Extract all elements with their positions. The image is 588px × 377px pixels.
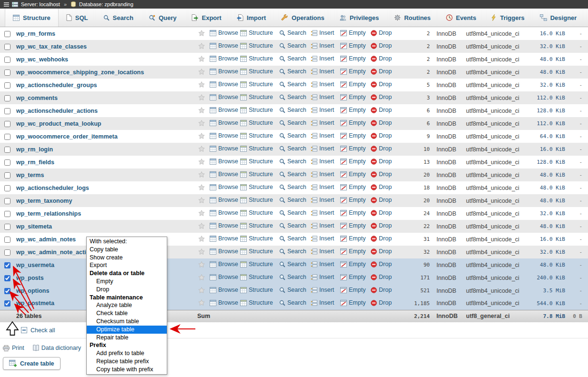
row-checkbox[interactable] [4,262,10,268]
menu-item-repair-table[interactable]: Repair table [87,334,167,342]
row-action-browse[interactable]: Browse [210,287,238,293]
row-action-structure[interactable]: Structure [240,248,273,255]
row-action-search[interactable]: Search [279,132,306,139]
row-checkbox[interactable] [4,31,10,37]
table-name-link[interactable]: wp_actionscheduler_actions [16,108,98,114]
row-action-browse[interactable]: Browse [210,81,238,88]
row-action-structure[interactable]: Structure [240,81,273,88]
favorite-star-icon[interactable] [198,299,205,306]
row-checkbox[interactable] [4,44,10,50]
row-checkbox[interactable] [4,82,10,89]
menu-item-copy-table[interactable]: Copy table [87,246,167,254]
row-action-structure[interactable]: Structure [240,222,273,229]
breadcrumb-server[interactable]: Server: localhost [21,1,60,7]
row-action-empty[interactable]: Empty [340,235,365,242]
row-action-drop[interactable]: Drop [371,145,392,152]
favorite-star-icon[interactable] [198,120,205,126]
row-action-empty[interactable]: Empty [340,107,365,113]
row-action-insert[interactable]: Insert [311,274,334,280]
row-action-browse[interactable]: Browse [210,94,238,100]
tab-operations[interactable]: Operations [274,9,332,27]
row-action-search[interactable]: Search [279,30,306,36]
menu-item-delete-data-or-table[interactable]: Delete data or table [87,269,167,278]
data-dictionary-link[interactable]: Data dictionary [33,345,81,351]
row-action-empty[interactable]: Empty [340,68,365,75]
row-action-empty[interactable]: Empty [340,261,365,268]
row-action-search[interactable]: Search [279,158,306,165]
row-action-insert[interactable]: Insert [311,209,334,216]
row-action-empty[interactable]: Empty [340,42,365,49]
row-action-drop[interactable]: Drop [371,209,392,216]
row-action-search[interactable]: Search [279,261,306,268]
row-action-insert[interactable]: Insert [311,248,334,255]
row-checkbox[interactable] [4,57,10,63]
favorite-star-icon[interactable] [198,171,205,178]
row-checkbox[interactable] [4,237,10,243]
favorite-star-icon[interactable] [198,43,205,49]
tab-triggers[interactable]: Triggers [484,9,532,27]
row-action-browse[interactable]: Browse [210,132,238,139]
favorite-star-icon[interactable] [198,261,205,268]
menu-item-optimize-table[interactable]: Optimize table [87,326,167,334]
row-action-search[interactable]: Search [279,209,306,216]
create-table-button[interactable]: Create table [3,357,61,370]
row-action-structure[interactable]: Structure [240,132,273,139]
row-action-drop[interactable]: Drop [371,94,392,100]
tab-structure[interactable]: Structure [5,9,59,27]
row-action-search[interactable]: Search [279,287,306,293]
favorite-star-icon[interactable] [198,30,205,36]
row-action-structure[interactable]: Structure [240,209,273,216]
row-action-structure[interactable]: Structure [240,119,273,126]
tab-import[interactable]: Import [229,9,274,27]
row-checkbox[interactable] [4,159,10,166]
table-name-link[interactable]: wp_terms [16,172,44,179]
row-action-search[interactable]: Search [279,171,306,178]
row-action-structure[interactable]: Structure [240,107,273,113]
row-action-empty[interactable]: Empty [340,158,365,165]
favorite-star-icon[interactable] [198,146,205,152]
row-action-insert[interactable]: Insert [311,197,334,203]
row-action-browse[interactable]: Browse [210,274,238,280]
table-name-link[interactable]: wp_usermeta [16,262,54,268]
row-action-insert[interactable]: Insert [311,171,334,178]
row-action-search[interactable]: Search [279,55,306,62]
row-action-browse[interactable]: Browse [210,55,238,62]
row-action-insert[interactable]: Insert [311,184,334,190]
favorite-star-icon[interactable] [198,210,205,216]
row-action-browse[interactable]: Browse [210,184,238,190]
row-checkbox[interactable] [4,249,10,256]
row-action-insert[interactable]: Insert [311,222,334,229]
table-name-link[interactable]: wp_term_taxonomy [16,198,72,204]
favorite-star-icon[interactable] [198,248,205,255]
menu-item-drop[interactable]: Drop [87,286,167,294]
favorite-star-icon[interactable] [198,184,205,190]
table-name-link[interactable]: wp_woocommerce_shipping_zone_locations [16,69,144,76]
row-action-drop[interactable]: Drop [371,235,392,242]
table-name-link[interactable]: wp_options [16,288,49,294]
menu-item-prefix[interactable]: Prefix [87,341,167,349]
row-action-insert[interactable]: Insert [311,287,334,293]
row-action-empty[interactable]: Empty [340,171,365,178]
row-action-empty[interactable]: Empty [340,119,365,126]
row-action-insert[interactable]: Insert [311,30,334,36]
row-action-empty[interactable]: Empty [340,299,365,306]
row-action-browse[interactable]: Browse [210,158,238,165]
row-action-drop[interactable]: Drop [371,132,392,139]
row-action-browse[interactable]: Browse [210,235,238,242]
favorite-star-icon[interactable] [198,287,205,293]
table-name-link[interactable]: wp_rm_login [16,146,53,153]
table-name-link[interactable]: wp_wc_admin_note_actions [16,249,97,256]
row-checkbox[interactable] [4,185,10,191]
table-name-link[interactable]: wp_wc_webhooks [16,56,68,63]
favorite-star-icon[interactable] [198,197,205,203]
table-name-link[interactable]: wp_woocommerce_order_itemmeta [16,133,118,140]
row-action-structure[interactable]: Structure [240,145,273,152]
table-name-link[interactable]: wp_posts [16,275,44,281]
row-action-drop[interactable]: Drop [371,274,392,280]
row-action-insert[interactable]: Insert [311,158,334,165]
row-checkbox[interactable] [4,288,10,294]
row-action-search[interactable]: Search [279,119,306,126]
row-action-structure[interactable]: Structure [240,287,273,293]
row-action-insert[interactable]: Insert [311,94,334,100]
row-action-drop[interactable]: Drop [371,222,392,229]
